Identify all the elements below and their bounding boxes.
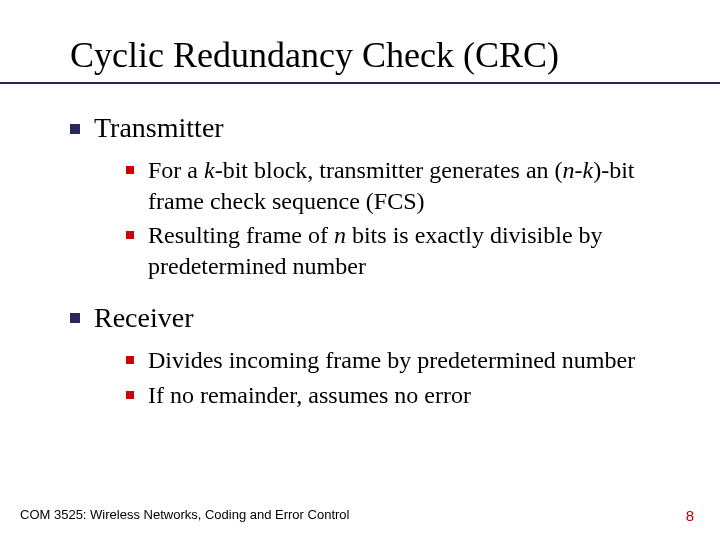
footer-page-number: 8 <box>686 507 694 524</box>
square-bullet-icon <box>126 391 134 399</box>
list-item: Divides incoming frame by predetermined … <box>126 345 690 376</box>
heading-text: Transmitter <box>94 112 224 143</box>
title-underline <box>0 82 720 84</box>
text-run: Divides incoming frame by predetermined … <box>148 347 635 373</box>
item-text: Resulting frame of n bits is exactly div… <box>148 220 690 281</box>
list-item: For a k-bit block, transmitter generates… <box>126 155 690 216</box>
text-run: Resulting frame of <box>148 222 334 248</box>
slide-title: Cyclic Redundancy Check (CRC) <box>70 34 700 76</box>
italic-run: n-k <box>563 157 594 183</box>
heading-text: Receiver <box>94 302 194 333</box>
item-text: Divides incoming frame by predetermined … <box>148 345 690 376</box>
slide: Cyclic Redundancy Check (CRC) Transmitte… <box>0 0 720 540</box>
square-bullet-icon <box>126 356 134 364</box>
item-text: For a k-bit block, transmitter generates… <box>148 155 690 216</box>
list-item: If no remainder, assumes no error <box>126 380 690 411</box>
item-text: If no remainder, assumes no error <box>148 380 690 411</box>
text-run: For a <box>148 157 204 183</box>
italic-run: k <box>204 157 215 183</box>
section-items-transmitter: For a k-bit block, transmitter generates… <box>126 155 690 282</box>
italic-run: n <box>334 222 346 248</box>
square-bullet-icon <box>70 313 80 323</box>
slide-content: Transmitter For a k-bit block, transmitt… <box>70 110 690 428</box>
list-item: Resulting frame of n bits is exactly div… <box>126 220 690 281</box>
square-bullet-icon <box>70 124 80 134</box>
footer-course: COM 3525: Wireless Networks, Coding and … <box>20 507 349 522</box>
square-bullet-icon <box>126 166 134 174</box>
text-run: -bit block, transmitter generates an ( <box>215 157 563 183</box>
square-bullet-icon <box>126 231 134 239</box>
text-run: If no remainder, assumes no error <box>148 382 471 408</box>
section-heading-transmitter: Transmitter <box>70 110 690 145</box>
section-items-receiver: Divides incoming frame by predetermined … <box>126 345 690 410</box>
section-heading-receiver: Receiver <box>70 300 690 335</box>
